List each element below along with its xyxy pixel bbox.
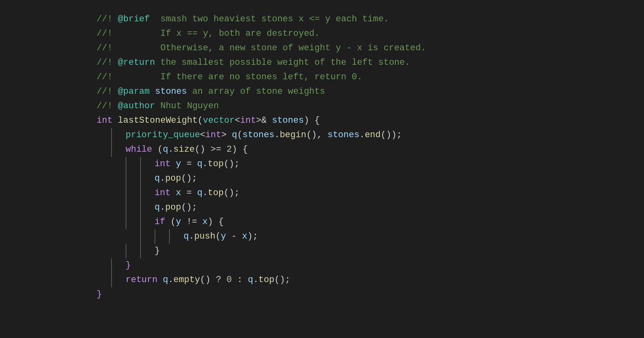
code-token [157, 273, 163, 287]
code-line: int y = q.top(); [97, 157, 644, 171]
code-token: lastStoneWeight [118, 113, 198, 128]
code-token: top [258, 273, 275, 287]
code-line: //! @brief smash two heaviest stones x <… [97, 12, 644, 27]
code-token: ( [165, 215, 175, 229]
code-token: @param [118, 84, 150, 99]
code-token: y [176, 157, 181, 171]
code-token: (), [306, 128, 328, 142]
code-token: = [181, 186, 197, 200]
code-token: size [173, 142, 195, 157]
indent-bar [140, 244, 141, 258]
code-token: ()); [381, 128, 402, 142]
code-token: } [126, 258, 131, 272]
code-token: //! [97, 99, 118, 113]
code-token: () ? [200, 273, 227, 287]
indent-bar [140, 229, 141, 244]
code-token: while [126, 142, 152, 157]
code-line: return q.empty() ? 0 : q.top(); [97, 273, 644, 287]
code-line: //! If there are no stones left, return … [97, 70, 644, 84]
code-token: < [200, 128, 205, 142]
code-token: . [160, 171, 165, 185]
indent-bar [140, 171, 141, 186]
code-line: q.pop(); [97, 200, 644, 215]
code-line: //! @param stones an array of stone weig… [97, 84, 644, 99]
indent-bar [140, 200, 141, 215]
code-token: end [365, 128, 381, 142]
code-token: ( [237, 128, 242, 142]
indent-bar [140, 215, 141, 229]
code-token: . [202, 186, 208, 200]
code-line: priority_queue<int> q(stones.begin(), st… [97, 128, 644, 142]
code-token: (); [181, 171, 197, 185]
indent-bar [169, 229, 170, 244]
code-token [150, 84, 155, 99]
code-token: //! [97, 84, 118, 99]
code-token: (); [224, 186, 240, 200]
code-token: @return [118, 56, 155, 70]
code-token: < [235, 113, 240, 128]
code-token: ) { [232, 142, 248, 157]
code-line: //! If x == y, both are destroyed. [97, 27, 644, 41]
indent-bar [111, 142, 112, 157]
code-token: pop [165, 171, 181, 185]
code-token: - [226, 229, 242, 243]
code-token: an array of stone weights [187, 84, 325, 99]
code-token: ) { [304, 113, 320, 128]
code-line: q.push(y - x); [97, 229, 644, 244]
code-token: . [189, 229, 194, 243]
indent-bar [111, 273, 112, 287]
code-token: top [208, 157, 224, 171]
indent-bar [126, 171, 126, 186]
indent-bar [155, 229, 155, 244]
code-token: x [242, 229, 247, 243]
code-token: q [248, 273, 253, 287]
code-token: empty [173, 273, 200, 287]
code-token [171, 157, 176, 171]
code-token: //! [97, 56, 118, 70]
code-token: q [163, 273, 168, 287]
code-token [113, 113, 118, 128]
code-token: (); [275, 273, 291, 287]
code-token: int [205, 128, 221, 142]
code-token: q [155, 200, 160, 214]
code-token: int [155, 157, 171, 171]
code-token: //! [97, 12, 118, 26]
code-token: : [232, 273, 248, 287]
code-token: int [97, 113, 113, 128]
code-token: the smallest possible weight of the left… [155, 56, 410, 70]
code-token: x [202, 215, 208, 229]
code-token: x [176, 186, 181, 200]
code-token: q [155, 171, 160, 185]
code-line: } [97, 258, 644, 273]
code-token: 2 [227, 142, 232, 157]
code-token: ) { [208, 215, 224, 229]
code-line: while (q.size() >= 2) { [97, 142, 644, 157]
code-token: ); [247, 229, 258, 243]
code-token: top [208, 186, 224, 200]
code-token: y [221, 229, 226, 243]
code-token: . [160, 200, 165, 214]
code-line: if (y != x) { [97, 215, 644, 229]
code-token: stones [155, 84, 187, 99]
code-token: int [240, 113, 256, 128]
indent-bar [126, 200, 126, 215]
code-token: //! If x == y, both are destroyed. [97, 27, 320, 41]
code-token: (); [224, 157, 240, 171]
indent-bar [111, 258, 112, 273]
code-token: q [163, 142, 168, 157]
code-token: @author [118, 99, 155, 113]
code-token: q [232, 128, 237, 142]
code-token: pop [165, 200, 181, 214]
code-token: . [275, 128, 280, 142]
indent-bar [126, 186, 126, 200]
code-token: . [253, 273, 258, 287]
code-token: begin [280, 128, 306, 142]
code-token: } [155, 244, 160, 258]
code-token: () >= [195, 142, 227, 157]
code-line: int lastStoneWeight(vector<int>& stones)… [97, 113, 644, 128]
code-token: vector [203, 113, 235, 128]
indent-bar [111, 128, 112, 142]
code-token: stones [328, 128, 359, 142]
code-token: smash two heaviest stones x <= y each ti… [150, 12, 389, 26]
code-token: . [202, 157, 208, 171]
